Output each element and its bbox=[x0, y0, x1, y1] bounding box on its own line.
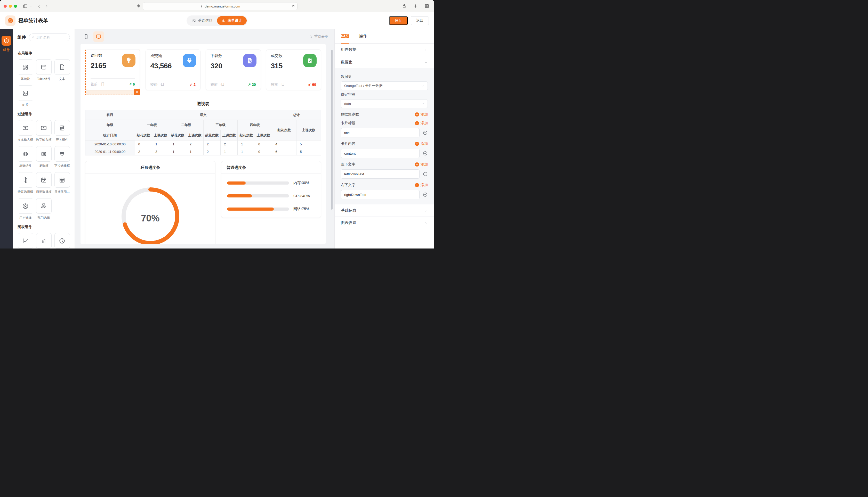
reload-icon[interactable] bbox=[291, 4, 295, 8]
component-search-input[interactable] bbox=[29, 33, 70, 41]
checkbox-icon bbox=[40, 151, 47, 157]
add-button[interactable]: +添加 bbox=[415, 112, 428, 117]
component-tile-pie-chart[interactable] bbox=[54, 233, 70, 248]
add-button[interactable]: +添加 bbox=[415, 162, 428, 167]
pivot-table-component[interactable]: 透视表科目语文总计年级一年级二年级三年级四年级献花次数上课次数统计日期献花次数上… bbox=[85, 101, 321, 155]
component-tile-grid[interactable]: 基础块 bbox=[17, 59, 33, 81]
share-icon[interactable] bbox=[400, 3, 408, 10]
param-input-leftDownText[interactable] bbox=[341, 169, 419, 179]
component-tile-tabs[interactable]: Tabs 组件 bbox=[36, 59, 52, 81]
device-toggle-phone[interactable] bbox=[81, 31, 91, 42]
component-tile-date-range[interactable]: 日期范围… bbox=[54, 172, 70, 194]
component-tile-switch[interactable]: 开关组件 bbox=[54, 120, 70, 142]
add-button[interactable]: +添加 bbox=[415, 121, 428, 126]
component-tile-cascader[interactable]: 级联选择框 bbox=[17, 172, 33, 194]
number-input-icon bbox=[40, 125, 47, 131]
remove-button[interactable] bbox=[423, 130, 428, 135]
address-bar[interactable]: demo.orangeforms.com bbox=[143, 2, 298, 10]
select-bind-field[interactable]: data bbox=[341, 99, 428, 108]
param-input-title[interactable] bbox=[341, 128, 419, 138]
param-input-rightDownText[interactable] bbox=[341, 190, 419, 199]
radio-icon bbox=[22, 151, 29, 157]
minimize-window-button[interactable] bbox=[9, 5, 12, 8]
component-tile-label: 基础块 bbox=[21, 77, 30, 81]
component-tile-date-picker[interactable]: 日期选择框 bbox=[36, 172, 52, 194]
new-tab-icon[interactable] bbox=[412, 3, 419, 10]
component-tile-label: 日期选择框 bbox=[36, 190, 52, 194]
reset-form-button[interactable]: 重置表单 bbox=[309, 34, 328, 39]
tabs-icon bbox=[40, 64, 47, 71]
delete-component-button[interactable] bbox=[134, 89, 140, 95]
stat-card-bulb[interactable]: 访问数2165较前一日↗ 6 bbox=[86, 49, 140, 90]
design-chart-icon bbox=[222, 18, 226, 23]
stat-card-file-upload[interactable]: 下载数320较前一日↗ 20 bbox=[206, 49, 261, 90]
pivot-data-row: 2020-01-10 00:00:000112221045 bbox=[85, 141, 321, 148]
bars-card-title: 普通进度条 bbox=[221, 161, 321, 174]
ring-card-title: 环形进度条 bbox=[85, 161, 215, 174]
inspector-tab-basic[interactable]: 基础 bbox=[341, 29, 349, 43]
component-tile-label: 数字输入框 bbox=[36, 138, 52, 142]
lock-icon bbox=[200, 4, 203, 8]
section-title: 布局组件 bbox=[17, 51, 70, 56]
pivot-table: 科目语文总计年级一年级二年级三年级四年级献花次数上课次数统计日期献花次数上课次数… bbox=[85, 110, 321, 155]
forward-button[interactable] bbox=[43, 3, 50, 10]
stat-card-clipboard-check[interactable]: 成交数315较前一日↙ 60 bbox=[266, 49, 321, 90]
stat-card-yen-download[interactable]: 成交额43,566¥较前一日↙ 2 bbox=[146, 49, 201, 90]
component-tile-text-doc[interactable]: 文本 bbox=[54, 59, 70, 81]
search-icon bbox=[32, 36, 35, 39]
inspector-row-basic-info[interactable]: 基础信息 bbox=[335, 204, 434, 217]
component-tile-line-chart[interactable] bbox=[17, 233, 33, 248]
component-tile-bar-chart[interactable] bbox=[36, 233, 52, 248]
remove-button[interactable] bbox=[423, 171, 428, 176]
stat-compare-label: 较前一日 bbox=[210, 82, 224, 87]
component-tile-dept[interactable]: 部门选择 bbox=[36, 198, 52, 220]
component-data-row[interactable]: 组件数据 bbox=[335, 44, 434, 56]
rail-item-components[interactable] bbox=[2, 36, 11, 46]
dataset-group-row[interactable]: 数据集 bbox=[335, 56, 434, 68]
component-tile-text-input[interactable]: 文本输入框 bbox=[17, 120, 33, 142]
url-text: demo.orangeforms.com bbox=[205, 4, 240, 8]
stat-trend-down: ↙ 60 bbox=[308, 83, 316, 87]
hexagon-icon bbox=[3, 38, 10, 44]
select-dataset[interactable]: OrangeTest / 卡片一数据 bbox=[341, 82, 428, 90]
component-tile-checkbox[interactable]: 复选框 bbox=[36, 146, 52, 168]
save-button[interactable]: 保存 bbox=[389, 16, 408, 25]
component-tile-user[interactable]: 用户选择 bbox=[17, 198, 33, 220]
header-tab-form-design[interactable]: 表单设计 bbox=[217, 16, 247, 25]
component-tile-select[interactable]: 下拉选择框 bbox=[54, 146, 70, 168]
field-label: 数据集 bbox=[341, 74, 428, 79]
component-search-field[interactable] bbox=[37, 36, 67, 40]
stat-trend-up: ↗ 20 bbox=[248, 83, 256, 87]
selected-component-outline[interactable]: 访问数2165较前一日↗ 6 bbox=[85, 49, 140, 95]
component-tile-image[interactable]: 图片 bbox=[17, 85, 33, 107]
close-window-button[interactable] bbox=[4, 5, 7, 8]
sidebar-chevron-icon[interactable] bbox=[29, 3, 33, 10]
tab-overview-icon[interactable] bbox=[423, 3, 430, 10]
progress-bars-component[interactable]: 普通进度条内存:30%CPU:40%网络:75% bbox=[221, 161, 321, 218]
browser-window: demo.orangeforms.com 橙单统计表单 基础信息表单设计 bbox=[0, 0, 434, 248]
back-button[interactable] bbox=[36, 3, 43, 10]
add-button[interactable]: +添加 bbox=[415, 142, 428, 146]
inspector-row-chart-settings[interactable]: 图表设置 bbox=[335, 217, 434, 229]
remove-button[interactable] bbox=[423, 151, 428, 156]
minus-circle-icon bbox=[423, 171, 428, 176]
sidebar-toggle-icon[interactable] bbox=[22, 3, 29, 10]
zoom-window-button[interactable] bbox=[14, 5, 17, 8]
component-tile-label: 级联选择框 bbox=[18, 190, 33, 194]
header-tab-basic-info[interactable]: 基础信息 bbox=[187, 16, 217, 25]
canvas-scrollbar[interactable] bbox=[331, 50, 333, 210]
privacy-shield-icon[interactable] bbox=[137, 4, 141, 9]
param-input-content[interactable] bbox=[341, 149, 419, 158]
add-button[interactable]: +添加 bbox=[415, 183, 428, 187]
ring-progress-component[interactable]: 环形进度条70% bbox=[85, 161, 216, 244]
component-tile-label: 文本 bbox=[59, 77, 65, 81]
inspector-tab-actions[interactable]: 操作 bbox=[359, 29, 367, 43]
component-tile-number-input[interactable]: 数字输入框 bbox=[36, 120, 52, 142]
progress-row-内存: 内存:30% bbox=[227, 181, 315, 185]
device-toggle-monitor[interactable] bbox=[93, 31, 104, 42]
form-canvas[interactable]: 访问数2165较前一日↗ 6成交额43,566¥较前一日↙ 2下载数320较前一… bbox=[81, 44, 326, 244]
back-nav-button[interactable]: 返回 bbox=[411, 16, 429, 25]
component-tile-radio[interactable]: 单选组件 bbox=[17, 146, 33, 168]
progress-label: 网络:75% bbox=[293, 207, 315, 211]
remove-button[interactable] bbox=[423, 192, 428, 197]
